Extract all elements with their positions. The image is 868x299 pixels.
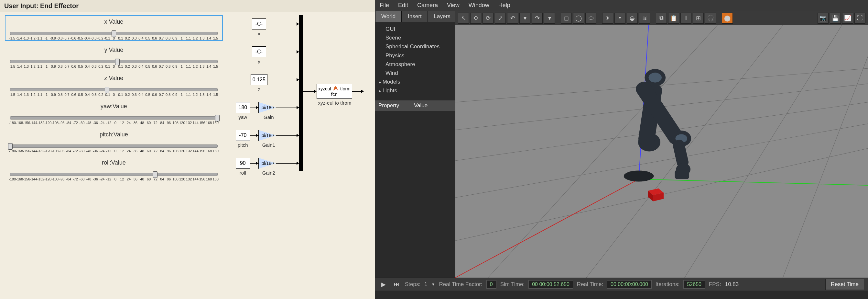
block-x[interactable]: -C- (252, 19, 266, 29)
slider-x[interactable]: x:Value-1.5-1.4-1.3-1.2-1.1-1-0.9-0.8-0.… (5, 15, 223, 41)
viewport-3d[interactable]: ↖✥⟳⤢↶▾↷▾◻◯⬭☀•◒≋⧉📋⫴⊞🎧⬤📷💾📈⛶ (455, 11, 868, 278)
tree-item-spherical-coordinates[interactable]: Spherical Coordinates (379, 42, 451, 51)
tree-item-atmosphere[interactable]: Atmosphere (379, 60, 451, 69)
slider-thumb[interactable] (115, 59, 120, 65)
tree-item-gui[interactable]: GUI (379, 25, 451, 33)
paste-icon[interactable]: 📋 (668, 12, 679, 24)
tree-item-wind[interactable]: Wind (379, 69, 451, 77)
world-tree: GUISceneSpherical CoordinatesPhysicsAtmo… (375, 22, 455, 98)
record-icon[interactable]: ⬤ (722, 12, 733, 24)
tab-insert[interactable]: Insert (402, 11, 428, 22)
svg-rect-19 (675, 170, 689, 180)
copy-icon[interactable]: ⧉ (656, 12, 667, 24)
dropdown-icon[interactable]: ▾ (519, 12, 530, 24)
move-icon[interactable]: ✥ (470, 12, 481, 24)
waves-icon[interactable]: ≋ (639, 12, 650, 24)
scale-icon[interactable]: ⤢ (495, 12, 506, 24)
side-panel: WorldInsertLayers GUISceneSpherical Coor… (375, 11, 455, 278)
block-yaw[interactable]: 180 (236, 102, 250, 113)
panel-title: User Input: End Effector (0, 0, 375, 12)
tab-world[interactable]: World (375, 11, 402, 22)
svg-point-9 (624, 170, 654, 182)
tree-item-lights[interactable]: Lights (379, 86, 451, 95)
play-button[interactable]: ▶ (379, 280, 388, 289)
slider-thumb[interactable] (105, 87, 109, 93)
undo-icon[interactable]: ↶ (507, 12, 518, 24)
arrow-icon (297, 106, 299, 109)
tree-item-scene[interactable]: Scene (379, 33, 451, 42)
snap-icon[interactable]: ⊞ (693, 12, 704, 24)
sliders-column: x:Value-1.5-1.4-1.3-1.2-1.1-1-0.9-0.8-0.… (5, 15, 223, 184)
scene-3d (455, 25, 868, 278)
camera-icon[interactable]: 📷 (817, 12, 829, 24)
axis-y (639, 179, 868, 185)
slider-thumb[interactable] (153, 171, 157, 178)
prop-col2: Value (414, 102, 428, 109)
slider-z[interactable]: z:Value-1.5-1.4-1.3-1.2-1.1-1-0.9-0.8-0.… (5, 72, 223, 97)
gain0-label: Gain (259, 114, 278, 120)
cube-icon[interactable]: ◻ (561, 12, 572, 24)
steps-dropdown-icon[interactable]: ▼ (431, 282, 435, 287)
menu-file[interactable]: File (375, 0, 394, 11)
slider-track[interactable] (10, 60, 218, 63)
mux-block[interactable] (299, 15, 303, 171)
block-roll[interactable]: 90 (236, 158, 250, 169)
cursor-icon[interactable]: ↖ (458, 12, 469, 24)
block-y[interactable]: -C- (252, 46, 266, 57)
arrow-icon (256, 106, 258, 109)
menu-window[interactable]: Window (464, 0, 494, 11)
cylinder-icon[interactable]: ⬭ (585, 12, 596, 24)
step-button[interactable]: ⏭ (392, 280, 401, 289)
slider-track[interactable] (10, 88, 218, 91)
menubar: FileEditCameraViewWindowHelp (375, 0, 868, 11)
wire (266, 52, 297, 52)
slider-thumb[interactable] (112, 30, 116, 37)
save-icon[interactable]: 💾 (830, 12, 841, 24)
fcn-block[interactable]: xyzeul tform fcn (317, 84, 352, 99)
iter-value: 52650 (683, 280, 705, 289)
audio-icon[interactable]: 🎧 (705, 12, 716, 24)
menu-camera[interactable]: Camera (413, 0, 442, 11)
chart-icon[interactable]: 📈 (842, 12, 853, 24)
slider-track[interactable] (10, 32, 218, 35)
slider-yaw[interactable]: yaw:Value-180-168-156-144-132-120-108-96… (5, 100, 223, 125)
tab-layers[interactable]: Layers (428, 11, 457, 22)
slider-pitch[interactable]: pitch:Value-180-168-156-144-132-120-108-… (5, 128, 223, 154)
gain1-label: Gain1 (259, 142, 278, 148)
menu-edit[interactable]: Edit (394, 0, 413, 11)
reset-time-button[interactable]: Reset Time (825, 279, 864, 290)
menu-view[interactable]: View (442, 0, 464, 11)
slider-track[interactable] (10, 144, 218, 148)
wire (276, 108, 297, 108)
redo-icon[interactable]: ↷ (532, 12, 542, 24)
slider-track[interactable] (10, 173, 218, 176)
point-icon[interactable]: • (615, 12, 625, 24)
slider-roll[interactable]: roll:Value-180-168-156-144-132-120-108-9… (5, 156, 223, 182)
slider-y[interactable]: y:Value-1.5-1.4-1.3-1.2-1.1-1-0.9-0.8-0.… (5, 44, 223, 69)
dropdown-icon[interactable]: ▾ (544, 12, 555, 24)
sphere-icon[interactable]: ◯ (573, 12, 584, 24)
fps-label: FPS: (709, 281, 721, 288)
rotate-icon[interactable]: ⟳ (483, 12, 494, 24)
slider-thumb[interactable] (215, 115, 220, 121)
tree-item-models[interactable]: Models (379, 77, 451, 86)
fullscreen-icon[interactable]: ⛶ (855, 12, 865, 24)
tree-item-physics[interactable]: Physics (379, 51, 451, 60)
gain2[interactable]: pi/180 (258, 158, 276, 169)
gain0[interactable]: pi/180 (258, 102, 276, 113)
slider-track[interactable] (10, 116, 218, 119)
block-pitch[interactable]: -70 (236, 130, 250, 141)
wire (266, 24, 297, 24)
block-z[interactable]: 0.125 (251, 74, 268, 85)
gain1[interactable]: pi/180 (258, 130, 276, 141)
slider-thumb[interactable] (8, 143, 12, 150)
sun-icon[interactable]: ☀ (602, 12, 613, 24)
iter-label: Iterations: (655, 281, 680, 288)
slider-ticks: -180-168-156-144-132-120-108-96-84-72-60… (9, 149, 219, 153)
simtime-label: Sim Time: (500, 281, 525, 288)
align-icon[interactable]: ⫴ (680, 12, 691, 24)
menu-help[interactable]: Help (494, 0, 515, 11)
wire (276, 163, 297, 164)
spot-icon[interactable]: ◒ (627, 12, 638, 24)
slider-label: yaw:Value (7, 103, 220, 110)
